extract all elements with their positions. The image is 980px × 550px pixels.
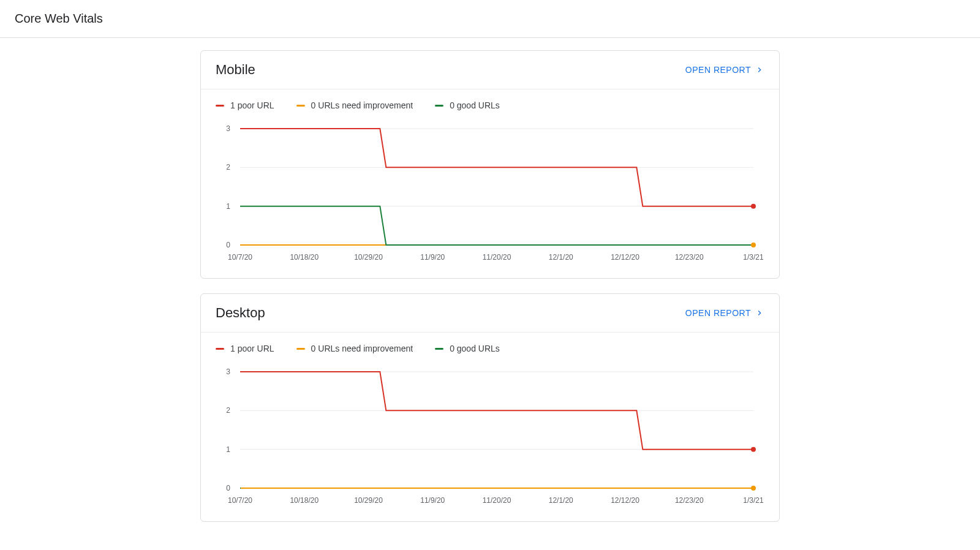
ytick-label: 3	[226, 124, 230, 133]
end-point-marker	[751, 243, 756, 247]
legend: 1 poor URL 0 URLs need improvement 0 goo…	[201, 89, 779, 118]
page-header: Core Web Vitals	[0, 0, 980, 38]
end-point-marker	[751, 204, 756, 209]
legend-label-poor: 1 poor URL	[230, 344, 274, 353]
ytick-label: 0	[226, 484, 230, 492]
legend-item-need: 0 URLs need improvement	[296, 344, 413, 353]
legend-item-good: 0 good URLs	[435, 100, 500, 110]
xtick-label: 10/7/20	[228, 253, 252, 262]
ytick-label: 2	[226, 163, 230, 171]
swatch-poor	[216, 348, 224, 350]
card-desktop: Desktop OPEN REPORT 1 poor URL 0 URLs ne…	[200, 293, 780, 522]
xtick-label: 12/12/20	[611, 253, 639, 262]
xtick-label: 11/9/20	[420, 496, 445, 505]
xtick-label: 11/20/20	[483, 253, 511, 262]
chevron-right-icon	[755, 65, 764, 75]
card-header: Mobile OPEN REPORT	[201, 51, 779, 89]
xtick-label: 10/7/20	[228, 496, 252, 505]
legend-label-need: 0 URLs need improvement	[311, 344, 413, 353]
xtick-label: 12/23/20	[675, 253, 704, 262]
legend: 1 poor URL 0 URLs need improvement 0 goo…	[201, 333, 779, 361]
xtick-label: 12/12/20	[611, 496, 639, 505]
ytick-label: 1	[226, 202, 230, 211]
xtick-label: 10/18/20	[290, 496, 318, 505]
end-point-marker	[751, 486, 756, 491]
legend-item-poor: 1 poor URL	[216, 100, 274, 110]
card-title: Desktop	[216, 305, 265, 321]
legend-item-good: 0 good URLs	[435, 344, 500, 353]
end-point-marker	[751, 447, 756, 452]
ytick-label: 2	[226, 406, 230, 415]
ytick-label: 0	[226, 241, 230, 249]
card-header: Desktop OPEN REPORT	[201, 294, 779, 333]
open-report-button[interactable]: OPEN REPORT	[685, 308, 764, 318]
card-mobile: Mobile OPEN REPORT 1 poor URL 0 URLs nee…	[200, 50, 780, 279]
open-report-button[interactable]: OPEN REPORT	[685, 65, 764, 75]
xtick-label: 1/3/21	[743, 496, 764, 505]
swatch-good	[435, 348, 443, 350]
xtick-label: 12/1/20	[549, 496, 573, 505]
legend-item-need: 0 URLs need improvement	[296, 100, 413, 110]
swatch-need	[296, 105, 305, 107]
legend-label-need: 0 URLs need improvement	[311, 100, 413, 110]
xtick-label: 10/29/20	[354, 496, 383, 505]
chart-container: 012310/7/2010/18/2010/29/2011/9/2011/20/…	[201, 361, 779, 521]
legend-label-good: 0 good URLs	[450, 100, 500, 110]
page-title: Core Web Vitals	[15, 12, 103, 26]
ytick-label: 3	[226, 367, 230, 376]
swatch-need	[296, 348, 305, 350]
open-report-label: OPEN REPORT	[685, 65, 751, 75]
legend-label-poor: 1 poor URL	[230, 100, 274, 110]
xtick-label: 11/9/20	[420, 253, 445, 262]
chart-svg: 012310/7/2010/18/2010/29/2011/9/2011/20/…	[216, 122, 766, 263]
chart-container: 012310/7/2010/18/2010/29/2011/9/2011/20/…	[201, 118, 779, 278]
legend-item-poor: 1 poor URL	[216, 344, 274, 353]
series-good	[240, 206, 753, 245]
legend-label-good: 0 good URLs	[450, 344, 500, 353]
chart-svg: 012310/7/2010/18/2010/29/2011/9/2011/20/…	[216, 366, 766, 507]
content-area: Mobile OPEN REPORT 1 poor URL 0 URLs nee…	[0, 38, 980, 546]
xtick-label: 10/29/20	[354, 253, 383, 262]
xtick-label: 12/1/20	[549, 253, 573, 262]
open-report-label: OPEN REPORT	[685, 308, 751, 318]
xtick-label: 11/20/20	[483, 496, 511, 505]
xtick-label: 1/3/21	[743, 253, 764, 262]
ytick-label: 1	[226, 445, 230, 454]
swatch-poor	[216, 105, 224, 107]
swatch-good	[435, 105, 443, 107]
card-title: Mobile	[216, 62, 255, 78]
chevron-right-icon	[755, 308, 764, 318]
xtick-label: 12/23/20	[675, 496, 704, 505]
xtick-label: 10/18/20	[290, 253, 318, 262]
